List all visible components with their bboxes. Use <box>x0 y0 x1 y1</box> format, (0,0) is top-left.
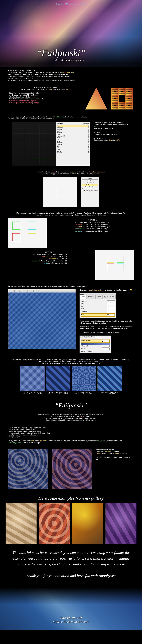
fail-list: Here's a non-complete list of variations… <box>0 424 142 446</box>
sierpinski-triangle <box>85 88 107 110</box>
duplicate-section: For both methods, duplicate the transfor… <box>0 168 142 210</box>
gallery-heading: Here some examples from my gallery <box>0 496 142 501</box>
depth-blur-input[interactable] <box>107 300 115 303</box>
start-line2: The new flame will consist of only a tra… <box>8 118 134 120</box>
gallery-3[interactable] <box>72 502 103 544</box>
intro-hello: Hello! Welcome to my fourth tutorial! <box>8 70 134 72</box>
ending-text: The tutorial ends here. As usual, you ca… <box>0 546 142 582</box>
intro-section: Hello! Welcome to my fourth tutorial! To… <box>0 67 142 84</box>
preview-section: If you've followed all the steps correct… <box>0 282 142 356</box>
diff-b: b. fill the gaps of the pre-existing tri… <box>9 102 81 104</box>
method-1-heading: METHOD 1: <box>94 132 130 133</box>
diff-a: a. create the other half of the square; <box>9 100 81 102</box>
variant-thumb-4 <box>97 366 122 391</box>
toolbar <box>9 289 76 292</box>
preview-canvas <box>9 292 76 349</box>
variations-panel: VariationVariables linear1sinusoidal0sph… <box>56 122 90 166</box>
left-version-text: In this version on the left, I used two … <box>95 449 134 489</box>
scale-input[interactable] <box>107 314 114 316</box>
sierpinski-diff: To begin with, we need to know the diffe… <box>0 84 142 113</box>
intro-note: NOTE: the name of this kind of fractals … <box>8 79 134 81</box>
diff-l3: The 4th transform of the S. quilt is fun… <box>9 98 81 100</box>
profile-url-top[interactable]: http://c-91.deviantart.com <box>0 2 142 6</box>
intro-line1: Today we're going to have a look to a va… <box>8 72 134 74</box>
start-line: Let's start! Open Apophysis, open the ed… <box>8 116 134 118</box>
diff-other: Other than their appearances being diffe… <box>9 92 81 94</box>
gallery-1[interactable] <box>6 502 37 544</box>
intro-line3: I'll be using Apophysis 7x.15C, but I'm … <box>8 75 134 77</box>
subtitle: Tutorial for Apophysis 7x <box>53 58 85 62</box>
editor-screenshot-1: VariationVariables linear1sinusoidal0sph… <box>12 122 90 166</box>
variant-thumb-2 <box>46 366 70 391</box>
variant-thumb-3 <box>72 366 96 391</box>
hero-banner: http://c-91.deviantart.com “Failpinski” … <box>0 0 142 67</box>
diff-begin: To begin with, we need to know <box>9 86 81 88</box>
perspective-input[interactable] <box>107 311 115 313</box>
repeat-section: You can repeat the process with the othe… <box>0 356 142 397</box>
start-section: Let's start! Open Apophysis, open the ed… <box>0 113 142 168</box>
sierpinski-quilt <box>111 88 133 110</box>
method1-text: METHOD 1 This is how you should move you… <box>75 219 110 247</box>
pitch-input[interactable] <box>107 303 115 305</box>
intro-line2: It's a very basic flame to build, but th… <box>8 74 134 75</box>
yaw-input[interactable] <box>107 306 115 308</box>
credit-url[interactable]: http://c-91.deviantart.com/ <box>53 620 89 624</box>
failpinski-heading: “Failpinski” <box>0 402 142 409</box>
gallery-4[interactable] <box>105 502 136 544</box>
method-2-heading: METHOD 2: <box>94 137 130 139</box>
example-swirl-1 <box>8 449 48 489</box>
intro-line4: Are you ready? Let's get it started! <box>8 77 134 79</box>
main-title: “Failpinski” <box>36 48 85 58</box>
context-menu: Editor New FlameAdd TransformDuplicate T… <box>81 177 99 207</box>
main-preview <box>8 289 76 349</box>
methods-intro: From now on, you can follow 2 methods. C… <box>94 122 130 166</box>
fail-examples: In this version on the left, I used two … <box>0 446 142 491</box>
example-swirl-2 <box>52 449 92 489</box>
color-panel: TriangleTransformColor Transform color C… <box>80 336 111 354</box>
method1-grid <box>8 218 47 248</box>
transform-color-input[interactable] <box>102 340 109 342</box>
footer-banner: Tutorial by C-91 http://c-91.deviantart.… <box>0 588 142 630</box>
fail-intro: Now that we're done with the Sierpinski … <box>0 411 142 424</box>
gallery-2[interactable] <box>39 502 70 544</box>
move-section: Moving on, the next step is to move our … <box>0 210 142 282</box>
variant-thumb-1 <box>20 366 45 391</box>
sierpinski-images <box>85 88 133 110</box>
gallery-row <box>0 502 142 544</box>
diff-l1: the S. triangle is made of 3 transforms, <box>9 94 81 96</box>
credit: Tutorial by C-91 http://c-91.deviantart.… <box>0 616 142 624</box>
height-input[interactable] <box>107 308 115 310</box>
diff-line: the difference between a Sierpinski tria… <box>9 88 81 90</box>
adjust-window: Adjust CameraRenderingGradientImage size… <box>80 293 116 318</box>
dup-grid-shot <box>43 177 77 207</box>
method2-grid <box>95 250 134 280</box>
diff-l2: while the S. quilt has a further one. <box>9 96 81 98</box>
method2-text: METHOD 2 This is how you should move you… <box>32 251 67 279</box>
title-block: “Failpinski” Tutorial for Apophysis 7x <box>36 48 85 62</box>
